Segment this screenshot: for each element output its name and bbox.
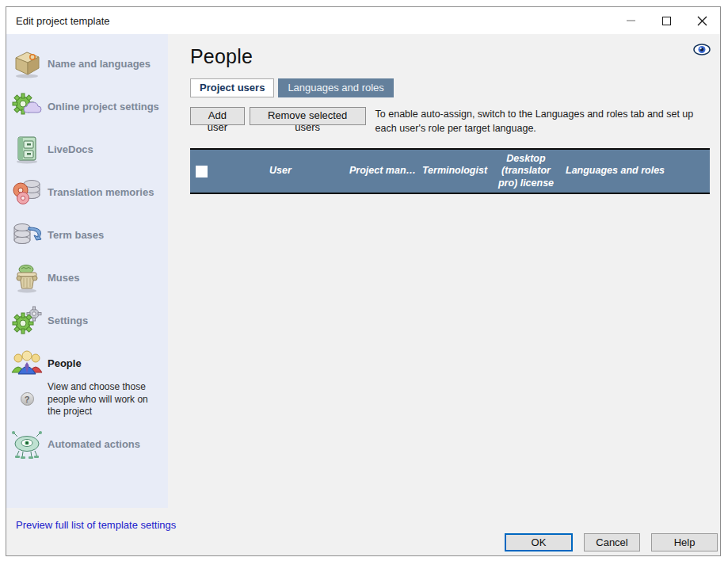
gear-cloud-icon	[6, 90, 48, 122]
close-button[interactable]	[684, 7, 720, 34]
close-icon	[697, 16, 707, 26]
sidebar-item-label: Settings	[48, 315, 88, 326]
titlebar: Edit project template	[6, 7, 720, 34]
sidebar-item-label: Online project settings	[48, 101, 159, 113]
auto-assign-hint: To enable auto-assign, switch to the Lan…	[375, 107, 710, 135]
sidebar-item-label: LiveDocs	[48, 143, 93, 155]
main-content: People Project users Languages and roles…	[168, 34, 720, 508]
robot-icon	[6, 429, 48, 460]
cancel-button[interactable]: Cancel	[584, 533, 640, 551]
users-table-header: User Project man… Terminologist Desktop …	[190, 148, 710, 194]
cabinet-icon	[6, 133, 48, 165]
header-cell-select	[190, 166, 214, 177]
box-icon	[6, 48, 48, 79]
sidebar-item-livedocs[interactable]: LiveDocs	[6, 128, 168, 170]
sidebar-item-muses[interactable]: Muses	[6, 256, 168, 299]
edit-project-template-dialog: Edit project template Name and languages	[6, 6, 721, 556]
tab-languages-and-roles[interactable]: Languages and roles	[278, 78, 393, 97]
sidebar-item-label: Muses	[48, 272, 79, 284]
muse-column-icon	[6, 261, 48, 293]
people-icon	[6, 347, 48, 379]
gears-icon	[6, 304, 48, 336]
sidebar-item-name-and-languages[interactable]: Name and languages	[6, 42, 168, 85]
discs-icon	[6, 176, 48, 208]
maximize-icon	[662, 17, 671, 25]
sidebar-item-label: Name and languages	[48, 58, 151, 70]
remove-selected-users-button[interactable]: Remove selected users	[250, 107, 366, 125]
sidebar-people-description: ? View and choose those people who will …	[6, 381, 168, 418]
sidebar: Name and languages	[6, 34, 168, 508]
header-cell-user[interactable]: User	[214, 165, 347, 177]
header-cell-project-manager[interactable]: Project man…	[347, 165, 418, 177]
ok-button[interactable]: OK	[505, 533, 573, 551]
page-title: People	[190, 45, 710, 68]
preview-eye-icon[interactable]	[693, 44, 711, 55]
select-all-checkbox[interactable]	[196, 166, 208, 177]
add-user-button[interactable]: Add user	[190, 107, 245, 125]
sidebar-item-label: Automated actions	[48, 438, 140, 450]
tab-bar: Project users Languages and roles	[190, 78, 710, 97]
sidebar-item-online-project-settings[interactable]: Online project settings	[6, 85, 168, 128]
window-title: Edit project template	[6, 15, 613, 27]
sidebar-item-automated-actions[interactable]: Automated actions	[6, 423, 168, 466]
preview-template-settings-link[interactable]: Preview full list of template settings	[16, 519, 176, 531]
minimize-icon	[627, 20, 635, 21]
tab-project-users[interactable]: Project users	[190, 78, 274, 97]
sidebar-people-description-text: View and choose those people who will wo…	[48, 381, 158, 418]
database-icon	[6, 219, 48, 250]
sidebar-item-settings[interactable]: Settings	[6, 299, 168, 342]
sidebar-item-label: Term bases	[48, 229, 104, 241]
toolbar: Add user Remove selected users To enable…	[190, 107, 710, 135]
sidebar-item-term-bases[interactable]: Term bases	[6, 213, 168, 256]
sidebar-item-translation-memories[interactable]: Translation memories	[6, 170, 168, 213]
sidebar-item-people[interactable]: People	[6, 342, 168, 384]
help-button[interactable]: Help	[651, 533, 718, 551]
help-question-icon: ?	[21, 392, 34, 406]
maximize-button[interactable]	[649, 7, 684, 34]
header-cell-desktop-license[interactable]: Desktop (translator pro) license	[491, 153, 561, 190]
minimize-button	[613, 7, 649, 34]
sidebar-item-label: Translation memories	[48, 186, 154, 198]
header-cell-languages-and-roles[interactable]: Languages and roles	[561, 165, 710, 177]
header-cell-terminologist[interactable]: Terminologist	[418, 165, 491, 177]
sidebar-item-label: People	[48, 357, 82, 369]
